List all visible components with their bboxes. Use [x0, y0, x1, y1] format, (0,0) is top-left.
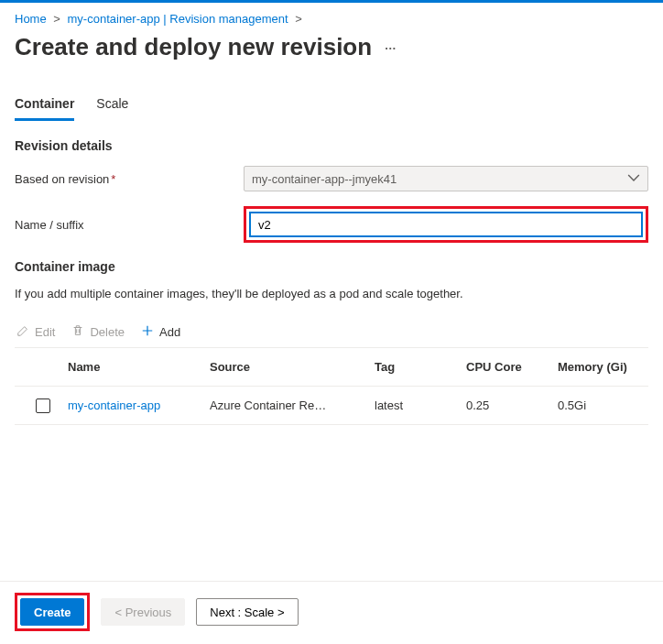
row-tag: latest — [375, 398, 466, 412]
revision-details-heading: Revision details — [15, 138, 648, 153]
row-name-link[interactable]: my-container-app — [68, 398, 210, 412]
container-image-desc: If you add multiple container images, th… — [15, 287, 648, 300]
previous-button: < Previous — [101, 598, 185, 626]
tab-container[interactable]: Container — [15, 91, 74, 121]
based-on-revision-label: Based on revision* — [15, 172, 244, 186]
delete-button[interactable]: Delete — [71, 324, 125, 340]
create-button[interactable]: Create — [20, 598, 84, 626]
row-checkbox[interactable] — [36, 398, 50, 413]
page-title: Create and deploy new revision — [15, 33, 372, 61]
col-cpu: CPU Core — [466, 360, 558, 374]
col-tag: Tag — [375, 360, 466, 374]
col-mem: Memory (Gi) — [558, 360, 645, 374]
edit-button[interactable]: Edit — [16, 324, 55, 340]
tab-scale[interactable]: Scale — [96, 91, 128, 121]
chevron-right-icon: > — [295, 12, 302, 26]
chevron-down-icon — [627, 171, 640, 187]
next-button[interactable]: Next : Scale > — [196, 598, 298, 626]
tabs: Container Scale — [15, 91, 648, 122]
name-suffix-label: Name / suffix — [15, 218, 244, 232]
row-cpu: 0.25 — [466, 398, 558, 412]
breadcrumb: Home > my-container-app | Revision manag… — [15, 12, 648, 26]
breadcrumb-home[interactable]: Home — [15, 12, 47, 26]
col-source: Source — [210, 360, 375, 374]
container-image-heading: Container image — [15, 259, 648, 274]
plus-icon — [141, 324, 154, 340]
based-on-revision-value: my-container-app--jmyek41 — [252, 172, 397, 186]
row-source: Azure Container Re… — [210, 398, 375, 412]
name-suffix-highlight — [244, 206, 648, 243]
table-row[interactable]: my-container-app Azure Container Re… lat… — [15, 387, 648, 425]
footer-bar: Create < Previous Next : Scale > — [0, 581, 663, 644]
chevron-right-icon: > — [53, 12, 60, 26]
container-toolbar: Edit Delete Add — [15, 317, 648, 347]
col-name: Name — [68, 360, 210, 374]
pencil-icon — [16, 324, 29, 340]
trash-icon — [71, 324, 84, 340]
container-table: Name Source Tag CPU Core Memory (Gi) my-… — [15, 347, 648, 425]
add-button[interactable]: Add — [141, 324, 180, 340]
more-actions-button[interactable]: … — [385, 38, 397, 52]
create-highlight: Create — [15, 593, 90, 631]
name-suffix-input[interactable] — [249, 212, 643, 237]
row-mem: 0.5Gi — [558, 398, 645, 412]
breadcrumb-app[interactable]: my-container-app | Revision management — [68, 12, 288, 26]
based-on-revision-dropdown[interactable]: my-container-app--jmyek41 — [244, 166, 648, 191]
table-header-row: Name Source Tag CPU Core Memory (Gi) — [15, 348, 648, 387]
